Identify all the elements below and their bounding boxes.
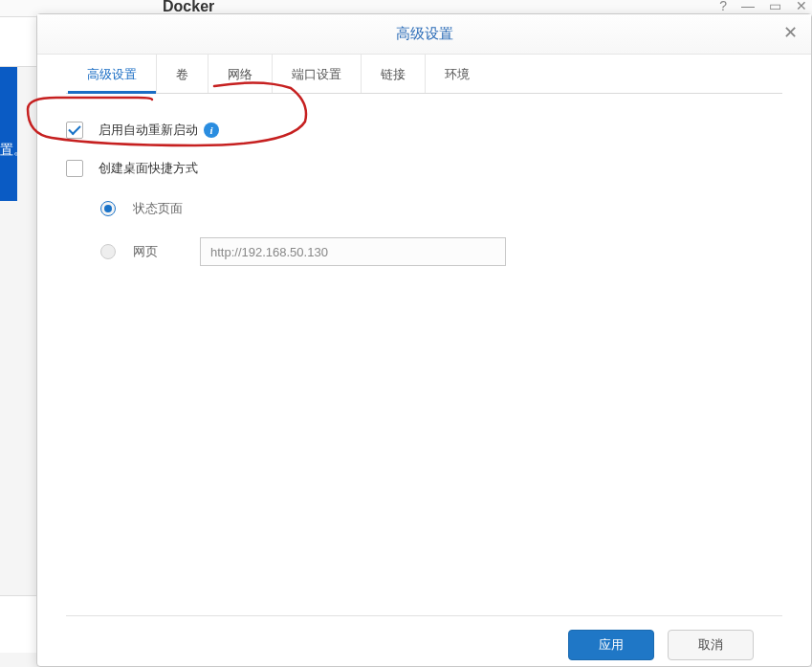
tab-port-settings[interactable]: 端口设置	[273, 55, 362, 93]
radio-status-page-label: 状态页面	[133, 200, 200, 217]
info-icon[interactable]: i	[204, 122, 219, 138]
apply-button[interactable]: 应用	[568, 630, 654, 660]
radio-webpage-label: 网页	[133, 243, 200, 260]
advanced-settings-dialog: 高级设置 ✕ 高级设置 卷 网络 端口设置 链接 环境 启用自动重新启动 i 创…	[36, 13, 812, 667]
dialog-title: 高级设置	[396, 25, 453, 43]
help-icon[interactable]: ?	[719, 0, 727, 13]
close-icon[interactable]: ✕	[780, 24, 800, 43]
maximize-icon[interactable]: ▭	[769, 0, 781, 13]
desktop-shortcut-label: 创建桌面快捷方式	[99, 160, 198, 177]
tab-network[interactable]: 网络	[208, 55, 273, 93]
tab-volume[interactable]: 卷	[157, 55, 208, 93]
parent-partial-text: 置。	[0, 142, 27, 159]
auto-restart-checkbox[interactable]	[66, 122, 83, 139]
radio-webpage[interactable]	[100, 244, 116, 259]
settings-tabs: 高级设置 卷 网络 端口设置 链接 环境	[66, 55, 782, 94]
minimize-icon[interactable]: —	[741, 0, 755, 13]
tab-links[interactable]: 链接	[362, 55, 426, 93]
close-parent-icon[interactable]: ✕	[796, 0, 807, 13]
tab-advanced-settings[interactable]: 高级设置	[68, 55, 157, 93]
auto-restart-label: 启用自动重新启动	[99, 122, 198, 139]
cancel-button[interactable]: 取消	[668, 630, 754, 660]
webpage-url-input[interactable]	[200, 237, 506, 266]
radio-status-page[interactable]	[100, 201, 116, 216]
tab-environment[interactable]: 环境	[426, 55, 489, 93]
desktop-shortcut-checkbox[interactable]	[66, 160, 83, 177]
